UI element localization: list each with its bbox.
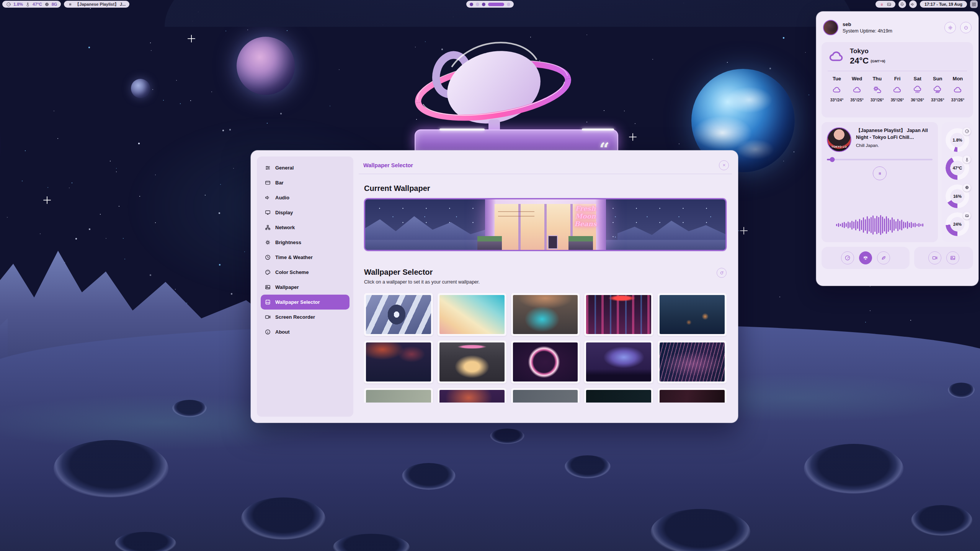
system-stats-pill[interactable]: 1.8% 47°C 8G [2,1,61,8]
wallpaper-thumbnail-deep-teal-dark[interactable] [584,388,653,403]
sidebar-item-wallpaper[interactable]: Wallpaper [261,280,350,295]
moon-crater [948,383,975,398]
forecast-temps: 33°/26° [928,98,947,102]
visualizer-bar [888,218,889,232]
visualizer-bar [893,219,895,231]
workspace-dot-5[interactable] [507,3,510,6]
system-tray[interactable] [875,1,895,8]
refresh-button[interactable] [717,268,727,278]
forecast-day-thu: Thu33°/26° [868,76,886,102]
visualizer-bar [857,221,858,229]
gallery-icon [265,299,271,305]
wallpaper-thumbnail-wireframe-wave[interactable] [658,341,727,383]
window-header: Wallpaper Selector [359,156,732,174]
bright-star [190,37,193,40]
sidebar-item-wallpaper-selector[interactable]: Wallpaper Selector [261,295,350,310]
forecast-day-sun: Sun33°/26° [928,76,947,102]
visualizer-bar [846,223,847,227]
visualizer-bar [876,216,877,234]
workspace-dot-2[interactable] [476,3,479,6]
forecast-day-mon: Mon33°/26° [949,76,967,102]
monitor-icon [265,209,271,216]
sidebar-item-network[interactable]: Network [261,220,350,235]
drive-icon [963,212,971,220]
power-button[interactable] [960,22,972,33]
volume-button[interactable] [909,0,917,8]
profile-performance-button[interactable] [841,251,854,264]
close-icon [722,163,727,168]
wallpaper-thumbnail-coral-night[interactable] [438,388,506,403]
wallpaper-thumbnail-wine-dark[interactable] [658,388,727,403]
tray-app-icon[interactable] [879,2,884,7]
thumbnail-image [660,295,725,334]
forecast-day-label: Thu [868,76,886,82]
planet-purple [237,37,295,95]
dashboard-button[interactable] [970,0,978,8]
temperature-value: 47°C [33,2,42,7]
settings-button[interactable] [944,22,956,33]
bright-star [46,199,48,201]
visualizer-bar [871,217,872,233]
current-wallpaper-heading: Current Wallpaper [364,184,727,193]
notifications-button[interactable] [898,0,906,8]
workspaces-pill[interactable] [466,1,514,8]
wallpaper-tool-button[interactable] [946,251,959,264]
sidebar-item-audio[interactable]: Audio [261,190,350,205]
user-card: seb System Uptime: 4h19m [822,17,973,38]
thumbnail-image [366,295,431,334]
visualizer-bar [890,220,891,230]
sidebar-item-bar[interactable]: Bar [261,175,350,190]
sidebar-item-about[interactable]: About [261,324,350,339]
media-pill[interactable]: 【Japanese Playlist】 J... [64,1,129,8]
sidebar-item-display[interactable]: Display [261,205,350,220]
wallpaper-thumbnail-sage-abstract[interactable] [364,388,433,403]
thumbnail-image [513,390,578,403]
screen-recorder-button[interactable] [928,251,941,264]
wallpaper-thumbnail-violet-ring[interactable] [511,341,580,383]
forecast-day-tue: Tue33°/24° [828,76,846,102]
close-button[interactable] [719,160,729,170]
storm-icon [933,85,942,95]
sidebar-item-time-weather[interactable]: Time & Weather [261,250,350,265]
wallpaper-thumbnail-lofi-cafe-storefront[interactable] [438,341,506,383]
visualizer-bar [884,218,885,232]
thumbnail-image [439,342,505,381]
wallpaper-thumbnail-slate-abstract[interactable] [511,388,580,403]
speaker-icon [265,194,271,201]
gear-icon [947,25,953,31]
visualizer-bar [874,218,875,232]
avatar [823,20,838,35]
moon-crater [911,505,972,536]
wallpaper-thumbnail-pastel-gradient[interactable] [438,293,506,336]
wallpaper-thumbnail-cyberpunk-arcade[interactable] [584,293,653,336]
workspace-dot-3[interactable] [482,3,485,6]
visualizer-bar [865,219,866,231]
media-pill-label: 【Japanese Playlist】 J... [75,2,126,7]
sidebar-item-label: Time & Weather [275,254,313,260]
profile-balanced-button[interactable] [859,251,872,264]
moon-crater [804,444,903,494]
slider-thumb[interactable] [830,157,835,162]
workspace-dot-4[interactable] [488,3,504,6]
sidebar-item-color-scheme[interactable]: Color Scheme [261,265,350,280]
play-pause-button[interactable] [873,166,887,180]
clock-pill[interactable]: 17:17 - Tue, 19 Aug [920,1,967,8]
workspace-dot-1[interactable] [470,3,473,6]
wallpaper-thumbnail-snowy-night-village[interactable] [658,293,727,336]
wallpaper-thumbnail-teal-glow-blur[interactable] [511,293,580,336]
wallpaper-thumbnail-anime-crosswalk[interactable] [364,293,433,336]
pause-icon [68,2,73,7]
sidebar-item-brightness[interactable]: Brightness [261,235,350,250]
wallpaper-thumbnail-nebula-forest[interactable] [584,341,653,383]
thumbnail-image [439,390,505,403]
media-artist: Chill Japan. [856,143,933,148]
visualizer-bar [913,223,914,227]
visualizer-bar [872,215,874,235]
wallpaper-thumbnail-ember-forest[interactable] [364,341,433,383]
preview-planter [477,236,502,250]
sidebar-item-general[interactable]: General [261,160,350,175]
sidebar-item-screen-recorder[interactable]: Screen Recorder [261,310,350,324]
profile-powersaver-button[interactable] [877,251,890,264]
tray-screenshot-icon[interactable] [887,2,892,7]
media-progress-slider[interactable] [827,159,933,160]
